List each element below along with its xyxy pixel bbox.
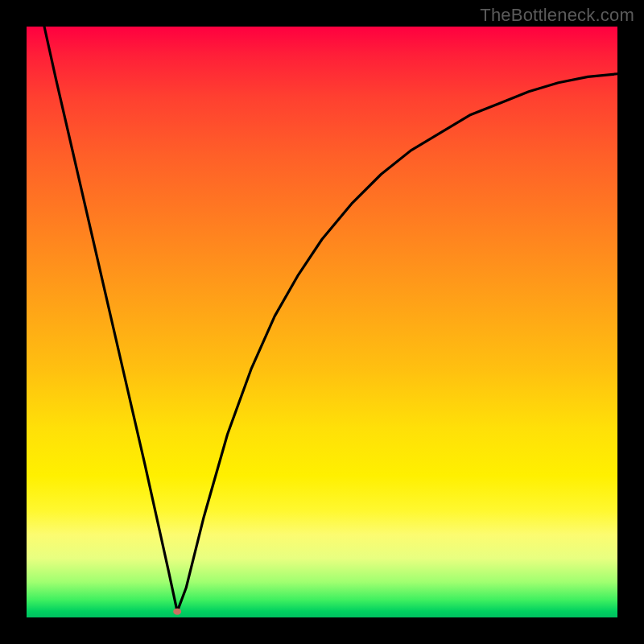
bottleneck-curve: [44, 27, 617, 612]
plot-area: [27, 27, 617, 617]
watermark-text: TheBottleneck.com: [480, 5, 634, 26]
chart-svg: [27, 27, 617, 617]
chart-frame: TheBottleneck.com: [0, 0, 644, 644]
min-marker: [173, 609, 181, 615]
